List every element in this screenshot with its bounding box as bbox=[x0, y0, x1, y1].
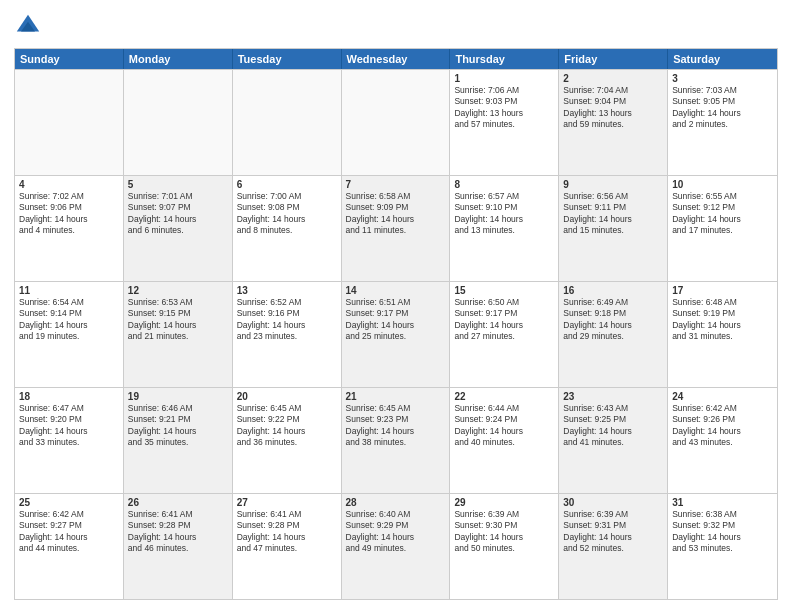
header-day-tuesday: Tuesday bbox=[233, 49, 342, 69]
cell-info: Sunrise: 6:56 AM Sunset: 9:11 PM Dayligh… bbox=[563, 191, 663, 237]
cell-info: Sunrise: 7:04 AM Sunset: 9:04 PM Dayligh… bbox=[563, 85, 663, 131]
cal-row-3: 18Sunrise: 6:47 AM Sunset: 9:20 PM Dayli… bbox=[15, 387, 777, 493]
cal-cell-25: 25Sunrise: 6:42 AM Sunset: 9:27 PM Dayli… bbox=[15, 494, 124, 599]
cell-info: Sunrise: 6:40 AM Sunset: 9:29 PM Dayligh… bbox=[346, 509, 446, 555]
day-number: 6 bbox=[237, 179, 337, 190]
day-number: 13 bbox=[237, 285, 337, 296]
cal-cell-26: 26Sunrise: 6:41 AM Sunset: 9:28 PM Dayli… bbox=[124, 494, 233, 599]
cell-info: Sunrise: 6:49 AM Sunset: 9:18 PM Dayligh… bbox=[563, 297, 663, 343]
day-number: 21 bbox=[346, 391, 446, 402]
cell-info: Sunrise: 6:53 AM Sunset: 9:15 PM Dayligh… bbox=[128, 297, 228, 343]
day-number: 2 bbox=[563, 73, 663, 84]
cal-cell-24: 24Sunrise: 6:42 AM Sunset: 9:26 PM Dayli… bbox=[668, 388, 777, 493]
cal-cell-31: 31Sunrise: 6:38 AM Sunset: 9:32 PM Dayli… bbox=[668, 494, 777, 599]
day-number: 18 bbox=[19, 391, 119, 402]
header-day-wednesday: Wednesday bbox=[342, 49, 451, 69]
cal-cell-21: 21Sunrise: 6:45 AM Sunset: 9:23 PM Dayli… bbox=[342, 388, 451, 493]
cal-cell-19: 19Sunrise: 6:46 AM Sunset: 9:21 PM Dayli… bbox=[124, 388, 233, 493]
cal-cell-30: 30Sunrise: 6:39 AM Sunset: 9:31 PM Dayli… bbox=[559, 494, 668, 599]
cal-cell-4: 4Sunrise: 7:02 AM Sunset: 9:06 PM Daylig… bbox=[15, 176, 124, 281]
cell-info: Sunrise: 7:01 AM Sunset: 9:07 PM Dayligh… bbox=[128, 191, 228, 237]
cal-cell-14: 14Sunrise: 6:51 AM Sunset: 9:17 PM Dayli… bbox=[342, 282, 451, 387]
day-number: 15 bbox=[454, 285, 554, 296]
cal-cell-18: 18Sunrise: 6:47 AM Sunset: 9:20 PM Dayli… bbox=[15, 388, 124, 493]
day-number: 10 bbox=[672, 179, 773, 190]
cal-cell-12: 12Sunrise: 6:53 AM Sunset: 9:15 PM Dayli… bbox=[124, 282, 233, 387]
header-day-thursday: Thursday bbox=[450, 49, 559, 69]
cell-info: Sunrise: 6:42 AM Sunset: 9:27 PM Dayligh… bbox=[19, 509, 119, 555]
cal-cell-9: 9Sunrise: 6:56 AM Sunset: 9:11 PM Daylig… bbox=[559, 176, 668, 281]
cell-info: Sunrise: 7:03 AM Sunset: 9:05 PM Dayligh… bbox=[672, 85, 773, 131]
calendar-body: 1Sunrise: 7:06 AM Sunset: 9:03 PM Daylig… bbox=[15, 69, 777, 599]
cell-info: Sunrise: 6:47 AM Sunset: 9:20 PM Dayligh… bbox=[19, 403, 119, 449]
cal-cell-27: 27Sunrise: 6:41 AM Sunset: 9:28 PM Dayli… bbox=[233, 494, 342, 599]
cal-cell-13: 13Sunrise: 6:52 AM Sunset: 9:16 PM Dayli… bbox=[233, 282, 342, 387]
header bbox=[14, 12, 778, 40]
cell-info: Sunrise: 7:02 AM Sunset: 9:06 PM Dayligh… bbox=[19, 191, 119, 237]
day-number: 9 bbox=[563, 179, 663, 190]
day-number: 1 bbox=[454, 73, 554, 84]
calendar: SundayMondayTuesdayWednesdayThursdayFrid… bbox=[14, 48, 778, 600]
cell-info: Sunrise: 6:54 AM Sunset: 9:14 PM Dayligh… bbox=[19, 297, 119, 343]
header-day-sunday: Sunday bbox=[15, 49, 124, 69]
day-number: 25 bbox=[19, 497, 119, 508]
calendar-header: SundayMondayTuesdayWednesdayThursdayFrid… bbox=[15, 49, 777, 69]
cell-info: Sunrise: 6:38 AM Sunset: 9:32 PM Dayligh… bbox=[672, 509, 773, 555]
cell-info: Sunrise: 6:39 AM Sunset: 9:31 PM Dayligh… bbox=[563, 509, 663, 555]
cell-info: Sunrise: 6:55 AM Sunset: 9:12 PM Dayligh… bbox=[672, 191, 773, 237]
cal-cell-6: 6Sunrise: 7:00 AM Sunset: 9:08 PM Daylig… bbox=[233, 176, 342, 281]
day-number: 5 bbox=[128, 179, 228, 190]
cal-cell-empty-0-2 bbox=[233, 70, 342, 175]
cell-info: Sunrise: 6:44 AM Sunset: 9:24 PM Dayligh… bbox=[454, 403, 554, 449]
cal-cell-29: 29Sunrise: 6:39 AM Sunset: 9:30 PM Dayli… bbox=[450, 494, 559, 599]
cell-info: Sunrise: 6:50 AM Sunset: 9:17 PM Dayligh… bbox=[454, 297, 554, 343]
day-number: 8 bbox=[454, 179, 554, 190]
cell-info: Sunrise: 6:41 AM Sunset: 9:28 PM Dayligh… bbox=[128, 509, 228, 555]
cal-cell-empty-0-3 bbox=[342, 70, 451, 175]
day-number: 27 bbox=[237, 497, 337, 508]
cell-info: Sunrise: 6:52 AM Sunset: 9:16 PM Dayligh… bbox=[237, 297, 337, 343]
cell-info: Sunrise: 6:46 AM Sunset: 9:21 PM Dayligh… bbox=[128, 403, 228, 449]
day-number: 24 bbox=[672, 391, 773, 402]
cal-cell-20: 20Sunrise: 6:45 AM Sunset: 9:22 PM Dayli… bbox=[233, 388, 342, 493]
cell-info: Sunrise: 6:48 AM Sunset: 9:19 PM Dayligh… bbox=[672, 297, 773, 343]
day-number: 31 bbox=[672, 497, 773, 508]
cal-cell-2: 2Sunrise: 7:04 AM Sunset: 9:04 PM Daylig… bbox=[559, 70, 668, 175]
day-number: 28 bbox=[346, 497, 446, 508]
cell-info: Sunrise: 6:58 AM Sunset: 9:09 PM Dayligh… bbox=[346, 191, 446, 237]
day-number: 19 bbox=[128, 391, 228, 402]
day-number: 11 bbox=[19, 285, 119, 296]
cal-row-2: 11Sunrise: 6:54 AM Sunset: 9:14 PM Dayli… bbox=[15, 281, 777, 387]
header-day-monday: Monday bbox=[124, 49, 233, 69]
day-number: 4 bbox=[19, 179, 119, 190]
header-day-saturday: Saturday bbox=[668, 49, 777, 69]
day-number: 7 bbox=[346, 179, 446, 190]
day-number: 16 bbox=[563, 285, 663, 296]
day-number: 12 bbox=[128, 285, 228, 296]
day-number: 23 bbox=[563, 391, 663, 402]
cal-cell-7: 7Sunrise: 6:58 AM Sunset: 9:09 PM Daylig… bbox=[342, 176, 451, 281]
header-day-friday: Friday bbox=[559, 49, 668, 69]
cal-cell-10: 10Sunrise: 6:55 AM Sunset: 9:12 PM Dayli… bbox=[668, 176, 777, 281]
cal-cell-empty-0-1 bbox=[124, 70, 233, 175]
cell-info: Sunrise: 6:51 AM Sunset: 9:17 PM Dayligh… bbox=[346, 297, 446, 343]
cal-cell-23: 23Sunrise: 6:43 AM Sunset: 9:25 PM Dayli… bbox=[559, 388, 668, 493]
day-number: 14 bbox=[346, 285, 446, 296]
cell-info: Sunrise: 6:45 AM Sunset: 9:23 PM Dayligh… bbox=[346, 403, 446, 449]
logo bbox=[14, 12, 46, 40]
cal-row-1: 4Sunrise: 7:02 AM Sunset: 9:06 PM Daylig… bbox=[15, 175, 777, 281]
cell-info: Sunrise: 6:43 AM Sunset: 9:25 PM Dayligh… bbox=[563, 403, 663, 449]
cell-info: Sunrise: 6:42 AM Sunset: 9:26 PM Dayligh… bbox=[672, 403, 773, 449]
cal-cell-5: 5Sunrise: 7:01 AM Sunset: 9:07 PM Daylig… bbox=[124, 176, 233, 281]
cell-info: Sunrise: 6:41 AM Sunset: 9:28 PM Dayligh… bbox=[237, 509, 337, 555]
cell-info: Sunrise: 6:45 AM Sunset: 9:22 PM Dayligh… bbox=[237, 403, 337, 449]
cal-row-4: 25Sunrise: 6:42 AM Sunset: 9:27 PM Dayli… bbox=[15, 493, 777, 599]
day-number: 29 bbox=[454, 497, 554, 508]
cal-cell-28: 28Sunrise: 6:40 AM Sunset: 9:29 PM Dayli… bbox=[342, 494, 451, 599]
day-number: 3 bbox=[672, 73, 773, 84]
cal-cell-1: 1Sunrise: 7:06 AM Sunset: 9:03 PM Daylig… bbox=[450, 70, 559, 175]
cal-cell-22: 22Sunrise: 6:44 AM Sunset: 9:24 PM Dayli… bbox=[450, 388, 559, 493]
cell-info: Sunrise: 6:57 AM Sunset: 9:10 PM Dayligh… bbox=[454, 191, 554, 237]
cal-cell-15: 15Sunrise: 6:50 AM Sunset: 9:17 PM Dayli… bbox=[450, 282, 559, 387]
cell-info: Sunrise: 7:06 AM Sunset: 9:03 PM Dayligh… bbox=[454, 85, 554, 131]
